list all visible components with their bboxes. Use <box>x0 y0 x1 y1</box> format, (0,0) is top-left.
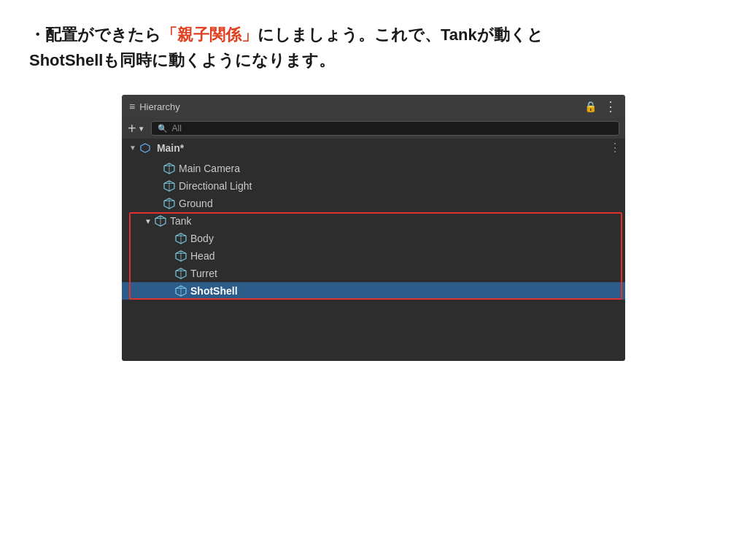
list-item-turret[interactable]: Turret <box>122 265 625 282</box>
tank-arrow: ▼ <box>142 217 154 225</box>
hierarchy-titlebar: ≡ Hierarchy 🔒 ⋮ <box>122 95 625 118</box>
page-container: ・配置ができたら「親子関係」にしましょう。これで、Tankが動くと ShotSh… <box>0 0 747 560</box>
list-item-body[interactable]: Body <box>122 230 625 247</box>
hierarchy-title: Hierarchy <box>139 101 180 112</box>
plus-icon: + <box>128 120 136 137</box>
cube-icon-turret <box>174 267 187 280</box>
item-label-ground: Ground <box>179 198 213 209</box>
hierarchy-titlebar-right: 🔒 ⋮ <box>584 98 618 114</box>
description-text: ・配置ができたら「親子関係」にしましょう。これで、Tankが動くと ShotSh… <box>29 22 543 73</box>
list-item-ground[interactable]: Ground <box>122 195 625 212</box>
scene-icon <box>139 142 151 154</box>
list-item-head[interactable]: Head <box>122 247 625 265</box>
list-item-directional-light[interactable]: Directional Light <box>122 177 625 195</box>
red-box-group: ▼ Tank B <box>122 212 625 300</box>
dropdown-arrow: ▼ <box>138 125 145 133</box>
item-label-turret: Turret <box>190 268 217 279</box>
cube-icon-body <box>174 232 187 245</box>
hierarchy-titlebar-left: ≡ Hierarchy <box>129 101 180 112</box>
lock-icon[interactable]: 🔒 <box>584 101 597 112</box>
item-label-tank: Tank <box>170 215 192 227</box>
item-label-shotshell: ShotShell <box>190 285 238 297</box>
scene-name-row[interactable]: ▼ Main* ⋮ <box>122 139 625 157</box>
item-label-directional-light: Directional Light <box>179 180 252 192</box>
item-label-body: Body <box>190 233 214 244</box>
hierarchy-content: Main Camera Directional Light <box>122 157 625 361</box>
hierarchy-toolbar: + ▼ 🔍 All <box>122 118 625 139</box>
add-button[interactable]: + ▼ <box>128 120 145 137</box>
item-label-main-camera: Main Camera <box>179 163 240 174</box>
cube-icon-ground <box>163 197 176 210</box>
desc-line1-part1: ・配置ができたら <box>29 26 161 44</box>
scene-arrow: ▼ <box>129 144 136 152</box>
search-placeholder: All <box>172 123 182 133</box>
cube-icon-main-camera <box>163 162 176 175</box>
search-box[interactable]: 🔍 All <box>151 121 619 136</box>
svg-marker-0 <box>141 144 150 152</box>
cube-icon-tank <box>154 214 167 228</box>
cube-icon-head <box>174 249 187 262</box>
scene-name-row-left: ▼ Main* <box>129 142 184 154</box>
item-label-head: Head <box>190 250 214 262</box>
search-icon: 🔍 <box>158 124 168 133</box>
hierarchy-window: ≡ Hierarchy 🔒 ⋮ + ▼ 🔍 All ▼ <box>122 95 625 361</box>
desc-line2: ShotShellも同時に動くようになります。 <box>29 51 335 69</box>
cube-icon-dir-light <box>163 179 176 192</box>
scene-name: Main* <box>157 142 184 154</box>
scene-more-icon[interactable]: ⋮ <box>609 141 625 155</box>
list-item-shotshell[interactable]: ShotShell <box>122 282 625 300</box>
cube-icon-shotshell <box>174 284 187 298</box>
desc-line1-part2: にしましょう。これで、Tankが動くと <box>258 26 543 44</box>
bottom-padding <box>122 300 625 358</box>
desc-line1-highlight: 「親子関係」 <box>161 26 258 44</box>
list-item-main-camera[interactable]: Main Camera <box>122 160 625 177</box>
more-options-icon[interactable]: ⋮ <box>604 98 618 114</box>
list-item-tank[interactable]: ▼ Tank <box>122 212 625 230</box>
hierarchy-list-icon: ≡ <box>129 101 135 112</box>
